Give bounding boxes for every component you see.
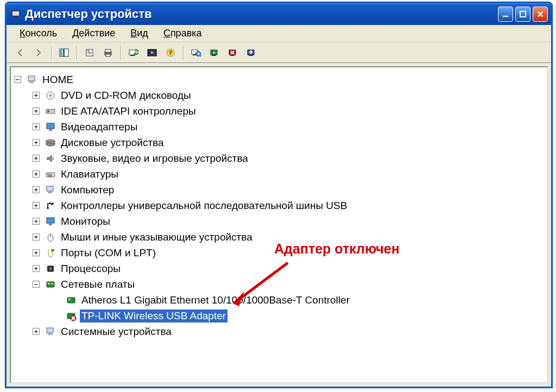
disable-button[interactable] (226, 46, 240, 60)
tree-item-label[interactable]: Процессоры (59, 262, 122, 275)
tree-item-label[interactable]: Компьютер (59, 184, 116, 197)
update-driver-button[interactable] (244, 46, 258, 60)
tree-category-5[interactable]: +Клавиатуры (14, 166, 544, 182)
tree-item-label[interactable]: Дисковые устройства (59, 136, 166, 149)
svg-rect-0 (12, 11, 20, 16)
menu-help[interactable]: Справка (156, 27, 210, 40)
tree-category-11[interactable]: +Процессоры (14, 261, 544, 276)
tree-item-label[interactable]: Контроллеры универсальной последовательн… (59, 199, 349, 212)
annotation-label: Адаптер отключен (274, 241, 400, 257)
svg-rect-48 (48, 175, 52, 176)
maximize-button[interactable] (515, 7, 530, 22)
usb-icon (45, 200, 56, 211)
scan-hardware-button[interactable] (189, 46, 203, 60)
port-icon (45, 248, 56, 258)
tree-item-label[interactable]: Atheros L1 Gigabit Ethernet 10/100/1000B… (80, 294, 351, 307)
help-button[interactable]: ? (163, 46, 178, 60)
forward-button[interactable] (31, 46, 46, 60)
svg-rect-5 (60, 49, 62, 56)
back-button[interactable] (13, 46, 27, 60)
svg-rect-12 (105, 49, 111, 52)
tree-category-1[interactable]: +IDE ATA/ATAPI контроллеры (14, 103, 544, 119)
expand-toggle[interactable]: + (33, 202, 40, 209)
expand-toggle[interactable]: + (33, 265, 40, 272)
tree-item-label[interactable]: Системные устройства (59, 325, 173, 338)
menu-view[interactable]: Вид (123, 27, 156, 40)
close-button[interactable]: × (533, 7, 548, 22)
svg-rect-67 (48, 283, 50, 284)
tree-category-7[interactable]: +Контроллеры универсальной последователь… (14, 198, 544, 213)
tree-item-label[interactable]: Мониторы (59, 215, 112, 228)
tree-device-12-0[interactable]: +Atheros L1 Gigabit Ethernet 10/100/1000… (14, 292, 544, 308)
device-tree-panel[interactable]: −HOME+DVD и CD-ROM дисководы+IDE ATA/ATA… (10, 66, 548, 383)
svg-rect-40 (49, 129, 52, 131)
tree-item-label[interactable]: Звуковые, видео и игровые устройства (59, 152, 250, 165)
tree-item-label[interactable]: Порты (COM и LPT) (59, 246, 157, 260)
disc-icon (45, 90, 56, 101)
toolbar-divider (183, 46, 184, 60)
svg-rect-68 (51, 283, 53, 284)
tree-item-label[interactable]: HOME (41, 73, 75, 86)
window-title: Диспетчер устройств (25, 7, 496, 21)
tree-item-label[interactable]: Клавиатуры (59, 168, 120, 181)
menubar: Консоль Действие Вид Справка (7, 25, 551, 42)
tree-category-2[interactable]: +Видеоадаптеры (14, 119, 544, 135)
menu-action[interactable]: Действие (65, 27, 123, 40)
expand-toggle[interactable]: + (33, 170, 40, 178)
expand-toggle[interactable]: + (33, 249, 40, 256)
minimize-button[interactable] (498, 7, 513, 22)
properties-button[interactable] (83, 46, 97, 60)
titlebar[interactable]: Диспетчер устройств × (7, 3, 551, 25)
tree-item-label[interactable]: IDE ATA/ATAPI контроллеры (59, 105, 198, 118)
expand-toggle[interactable]: + (33, 123, 40, 130)
tree-category-13[interactable]: +Системные устройства (14, 324, 544, 339)
tree-category-3[interactable]: +Дисковые устройства (14, 135, 544, 150)
svg-rect-1 (14, 17, 18, 18)
toolbar-divider (51, 46, 52, 60)
expand-toggle[interactable]: − (33, 281, 40, 288)
svg-rect-13 (106, 54, 110, 56)
network-err-icon (66, 311, 77, 321)
tree-device-12-1[interactable]: +TP-LINK Wireless USB Adapter (14, 308, 544, 324)
tree-root[interactable]: −HOME (14, 72, 544, 87)
show-hide-tree-button[interactable] (57, 46, 71, 60)
refresh-button[interactable] (127, 46, 141, 60)
tree-item-label[interactable]: DVD и CD-ROM дисководы (59, 89, 193, 102)
tree-category-0[interactable]: +DVD и CD-ROM дисководы (14, 87, 544, 103)
sound-icon (45, 153, 56, 164)
expand-toggle[interactable]: + (33, 186, 40, 193)
view-button[interactable] (145, 46, 159, 60)
expand-toggle[interactable]: + (33, 155, 40, 162)
svg-rect-10 (87, 53, 92, 54)
tree-category-4[interactable]: +Звуковые, видео и игровые устройства (14, 150, 544, 166)
svg-rect-3 (520, 11, 526, 17)
svg-rect-25 (212, 55, 216, 56)
expand-toggle[interactable]: + (33, 139, 40, 146)
svg-rect-50 (48, 192, 52, 193)
svg-rect-28 (230, 55, 235, 56)
tree-category-12[interactable]: −Сетевые платы (14, 276, 544, 292)
toolbar: ? (7, 42, 551, 63)
mouse-icon (45, 232, 56, 243)
expand-toggle[interactable]: − (14, 76, 21, 83)
tree-category-6[interactable]: +Компьютер (14, 182, 544, 198)
svg-point-52 (52, 203, 54, 205)
svg-rect-39 (47, 123, 54, 129)
tree-item-label[interactable]: Сетевые платы (59, 278, 136, 291)
enable-button[interactable] (207, 46, 222, 60)
tree-item-label[interactable]: Видеоадаптеры (59, 121, 139, 134)
print-button[interactable] (101, 46, 115, 60)
tree-item-label[interactable]: TP-LINK Wireless USB Adapter (80, 309, 228, 323)
menu-console[interactable]: Консоль (12, 27, 65, 40)
expand-toggle[interactable]: + (33, 218, 40, 225)
tree-item-label[interactable]: Мыши и иные указывающие устройства (59, 231, 254, 244)
svg-rect-54 (49, 224, 52, 225)
toolbar-divider (77, 46, 77, 60)
expand-toggle[interactable]: + (33, 328, 40, 335)
expand-toggle[interactable]: + (33, 233, 40, 241)
tree-category-8[interactable]: +Мониторы (14, 213, 544, 229)
svg-text:?: ? (169, 49, 173, 56)
expand-toggle[interactable]: + (33, 92, 40, 99)
svg-rect-33 (28, 76, 35, 81)
expand-toggle[interactable]: + (33, 108, 40, 115)
